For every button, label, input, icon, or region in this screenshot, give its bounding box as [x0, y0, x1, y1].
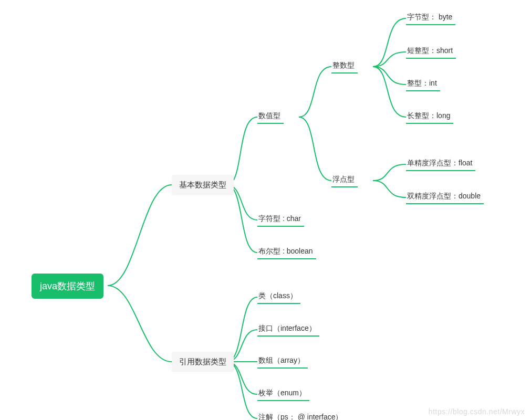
node-annotation: 注解（ps： @ interface）: [257, 411, 346, 420]
node-float-double: 双精度浮点型：double: [406, 190, 484, 204]
node-float-single: 单精度浮点型：float: [406, 156, 475, 171]
node-boolean: 布尔型 : boolean: [257, 245, 316, 259]
node-reference-type: 引用数据类型: [172, 352, 234, 372]
node-class: 类（class）: [257, 289, 300, 304]
node-array: 数组（array）: [257, 354, 308, 369]
node-short: 短整型：short: [406, 44, 456, 59]
node-numeric: 数值型: [257, 109, 284, 124]
node-integer: 整数型: [331, 59, 358, 74]
node-long: 长整型：long: [406, 109, 453, 124]
node-interface: 接口（interface）: [257, 322, 319, 337]
node-float: 浮点型: [331, 173, 358, 187]
node-int: 整型：int: [406, 77, 440, 91]
node-enum: 枚举（enum）: [257, 386, 309, 401]
node-char: 字符型 : char: [257, 212, 304, 227]
node-byte: 字节型： byte: [406, 10, 455, 25]
watermark-text: https://blog.csdn.net/Mrwyx: [429, 407, 525, 416]
mindmap-root: java数据类型: [32, 274, 103, 299]
node-basic-type: 基本数据类型: [172, 175, 234, 195]
